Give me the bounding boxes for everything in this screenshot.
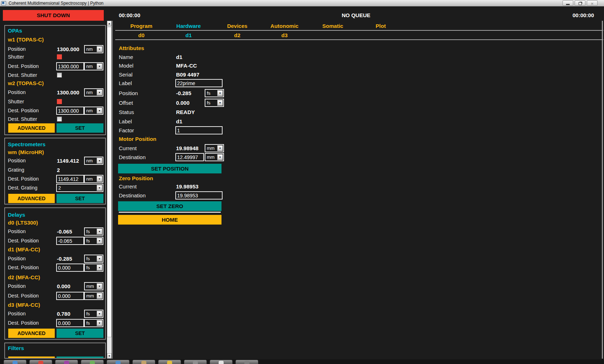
chevron-down-icon: ▼	[217, 154, 223, 160]
dest-position-input[interactable]	[56, 237, 84, 245]
status-label: Status	[119, 108, 134, 117]
advanced-button[interactable]	[8, 356, 55, 359]
taskbar-button-app9[interactable]	[210, 360, 233, 364]
app-icon	[244, 361, 249, 364]
position-value: 0.000	[57, 282, 70, 290]
dest-position-input[interactable]	[56, 319, 84, 327]
position-label: Position	[8, 310, 26, 318]
taskbar-button-app4[interactable]	[81, 360, 104, 364]
dest-position-input[interactable]	[56, 292, 84, 300]
dest-position-input[interactable]	[56, 264, 84, 272]
unit-select[interactable]: fs▼	[84, 310, 103, 318]
destination-label: Destination	[119, 153, 146, 162]
subtab-d3[interactable]: d3	[261, 31, 308, 39]
taskbar-button-browser[interactable]	[29, 360, 52, 364]
unit-select[interactable]: fs▼	[84, 319, 103, 327]
set-position-button[interactable]: SET POSITION	[118, 164, 221, 173]
set-button[interactable]: SET	[57, 329, 103, 338]
subtab-d2[interactable]: d2	[214, 31, 261, 39]
current-value: 19.98953	[176, 182, 199, 191]
label-input[interactable]	[175, 79, 223, 87]
taskbar-button-app8[interactable]	[184, 360, 207, 364]
model-value: MFA-CC	[176, 62, 197, 70]
set-zero-button[interactable]: SET ZERO	[118, 201, 221, 211]
destination-input[interactable]	[175, 191, 223, 200]
chevron-down-icon: ▼	[97, 228, 102, 235]
advanced-button[interactable]: ADVANCED	[8, 329, 55, 338]
application-window: Coherent Multidimensional Spectroscopy |…	[0, 0, 604, 364]
destination-input[interactable]	[175, 153, 204, 161]
label2-value: d1	[176, 117, 182, 126]
restore-button[interactable]	[575, 0, 585, 6]
tab-plot[interactable]: Plot	[357, 22, 404, 30]
taskbar-button-app6[interactable]	[132, 360, 155, 364]
app-icon	[219, 361, 224, 364]
tab-hardware[interactable]: Hardware	[165, 22, 212, 30]
unit-select[interactable]: fs▼	[84, 264, 103, 272]
current-label: Current	[119, 144, 137, 153]
unit-select[interactable]: mm▼	[205, 144, 224, 152]
taskbar-button-app7[interactable]	[158, 360, 181, 364]
d3-header: d3 (MFA-CC)	[8, 301, 40, 309]
destination-label: Destination	[119, 191, 146, 200]
browser-icon	[38, 361, 43, 364]
tab-divider	[115, 30, 603, 31]
subtab-d0[interactable]: d0	[118, 31, 165, 39]
unit-select[interactable]: mm▼	[84, 282, 103, 290]
opas-title: OPAs	[8, 26, 22, 35]
d0-header: d0 (LTS300)	[8, 218, 38, 227]
position-label: Position	[119, 89, 138, 98]
shut-down-button[interactable]: SHUT DOWN	[3, 10, 104, 21]
unit-select[interactable]: fs▼	[84, 237, 103, 245]
factor-input[interactable]	[175, 126, 223, 134]
subtab-d1[interactable]: d1	[165, 31, 212, 39]
grating-value: 2	[57, 166, 60, 174]
chevron-down-icon: ▼	[97, 283, 102, 289]
grating-label: Grating	[8, 166, 24, 174]
scroll-down-button[interactable]: ▼	[107, 353, 112, 359]
label2-label: Label	[119, 117, 132, 126]
model-label: Model	[119, 62, 133, 70]
tab-autonomic[interactable]: Autonomic	[261, 22, 308, 30]
filters-title: Filters	[8, 344, 24, 352]
start-orb-icon	[13, 361, 18, 364]
home-button[interactable]: HOME	[118, 215, 221, 225]
name-label: Name	[119, 53, 133, 62]
unit-select[interactable]: fs▼	[84, 227, 103, 236]
taskbar-button-app10[interactable]	[235, 360, 258, 364]
factor-label: Factor	[119, 126, 134, 135]
set-button[interactable]	[57, 356, 103, 359]
minimize-button[interactable]	[562, 0, 573, 6]
w1-header: w1 (TOPAS-C)	[8, 35, 44, 44]
unit-select[interactable]: fs▼	[84, 255, 103, 263]
close-button[interactable]: ✕	[587, 0, 598, 6]
unit-select[interactable]: fs▼	[205, 99, 224, 107]
app-icon	[1, 1, 6, 5]
position-label: Position	[8, 227, 26, 236]
delays-title: Delays	[8, 211, 25, 219]
tab-program[interactable]: Program	[118, 22, 165, 30]
taskbar-button-start[interactable]	[4, 360, 26, 364]
offset-value: 0.000	[176, 99, 190, 107]
chevron-down-icon: ▼	[97, 265, 102, 271]
position-label: Position	[8, 255, 26, 263]
unit-select[interactable]: fs▼	[205, 89, 224, 97]
chevron-down-icon: ▼	[97, 293, 102, 299]
minimize-icon	[566, 4, 570, 5]
unit-select[interactable]: mm▼	[205, 153, 224, 161]
app-icon	[64, 361, 69, 364]
scroll-up-button[interactable]: ▲	[107, 21, 112, 26]
arrow-down-icon: ▼	[108, 355, 111, 357]
delays-panel: Delays d0 (LTS300) Position -0.065 fs▼ D…	[4, 207, 106, 340]
taskbar-button-app3[interactable]	[55, 360, 78, 364]
serial-value: B09 4497	[176, 70, 199, 79]
tab-devices[interactable]: Devices	[214, 22, 261, 30]
elapsed-timer: 00:00:00	[119, 10, 140, 21]
unit-select[interactable]: mm▼	[84, 292, 103, 300]
position-value: 0.780	[57, 310, 70, 318]
taskbar-button-app5[interactable]	[107, 360, 130, 364]
current-value: 19.98948	[176, 144, 199, 153]
position-value: -0.285	[176, 89, 191, 98]
queue-status: NO QUEUE	[233, 10, 479, 21]
tab-somatic[interactable]: Somatic	[309, 22, 356, 30]
